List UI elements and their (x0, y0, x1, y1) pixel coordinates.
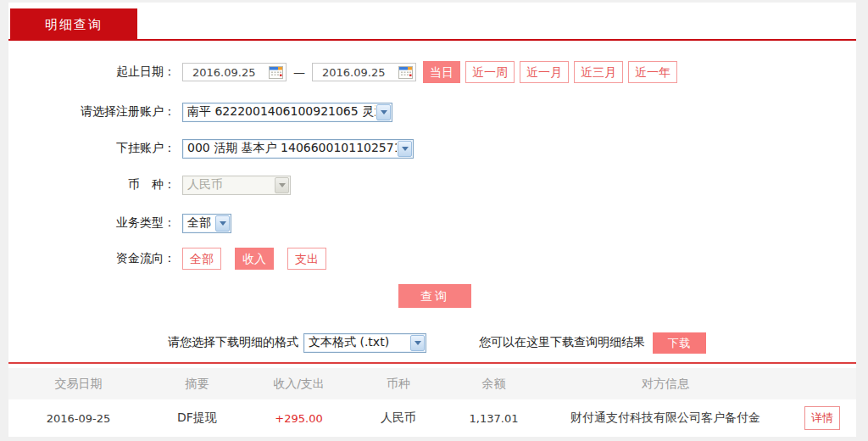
download-format-value: 文本格式 (.txt) (304, 335, 409, 350)
chevron-down-icon (275, 177, 289, 193)
chevron-down-icon[interactable] (215, 215, 230, 232)
header-summary: 摘要 (148, 377, 246, 392)
register-account-value: 南平 6222001406100921065 灵通卡 (183, 104, 376, 120)
quick-btn-last-3-months[interactable]: 近三月 (574, 61, 623, 83)
quick-btn-last-year[interactable]: 近一年 (628, 61, 677, 83)
header-trade-date: 交易日期 (8, 377, 148, 392)
tab-detail-query[interactable]: 明细查询 (10, 8, 137, 41)
cell-trade-date: 2016-09-25 (8, 412, 148, 425)
download-hint: 您可以在这里下载查询明细结果 (479, 335, 645, 350)
date-range-separator: — (293, 65, 305, 79)
chevron-down-icon[interactable] (398, 141, 412, 157)
cell-counterparty: 财付通支付科技有限公司客户备付金 (542, 410, 788, 426)
fund-flow-buttons: 全部 收入 支出 (182, 248, 326, 270)
business-type-select[interactable]: 全部 (182, 214, 231, 233)
currency-select: 人民币 (182, 176, 291, 195)
quick-btn-last-month[interactable]: 近一月 (520, 61, 569, 83)
register-account-select[interactable]: 南平 6222001406100921065 灵通卡 (182, 103, 392, 122)
calendar-icon[interactable] (268, 65, 284, 80)
fund-flow-expense[interactable]: 支出 (287, 248, 326, 270)
date-range-row: 起止日期： (8, 60, 856, 84)
detail-button[interactable]: 详情 (804, 406, 840, 430)
download-format-select[interactable]: 文本格式 (.txt) (303, 333, 426, 353)
detail-query-panel: 明细查询 起止日期： (8, 3, 856, 435)
sub-account-label: 下挂账户： (8, 141, 182, 156)
quick-btn-today[interactable]: 当日 (423, 61, 460, 83)
sub-account-value: 000 活期 基本户 1406600101102571848 (183, 141, 397, 156)
quick-date-buttons: 当日 近一周 近一月 近三月 近一年 (423, 61, 677, 83)
register-account-row: 请选择注册账户： 南平 6222001406100921065 灵通卡 (8, 100, 856, 124)
start-date-field (182, 63, 287, 81)
table-top-divider (8, 362, 856, 364)
currency-label: 币 种： (8, 177, 182, 193)
header-income-expense: 收入/支出 (246, 377, 352, 392)
end-date-input[interactable] (313, 66, 398, 79)
header-balance: 余额 (445, 377, 542, 392)
sub-account-select[interactable]: 000 活期 基本户 1406600101102571848 (182, 139, 414, 159)
calendar-icon[interactable] (398, 65, 414, 80)
fund-flow-row: 资金流向： 全部 收入 支出 (8, 247, 856, 271)
date-range-label: 起止日期： (8, 64, 182, 80)
tab-bar: 明细查询 (8, 3, 856, 41)
currency-row: 币 种： 人民币 (8, 173, 856, 197)
cell-balance: 1,137.01 (445, 412, 542, 425)
header-currency: 币种 (352, 377, 445, 392)
table-header: 交易日期 摘要 收入/支出 币种 余额 对方信息 (8, 368, 856, 399)
business-type-label: 业务类型： (8, 215, 182, 231)
download-format-label: 请您选择下载明细的格式 (8, 335, 298, 350)
start-date-input[interactable] (183, 66, 268, 79)
fund-flow-income[interactable]: 收入 (235, 248, 274, 270)
tab-underline (8, 39, 856, 41)
query-button[interactable]: 查询 (398, 284, 471, 308)
business-type-row: 业务类型： 全部 (8, 211, 856, 235)
cell-currency: 人民币 (352, 410, 445, 426)
download-row: 请您选择下载明细的格式 文本格式 (.txt) 您可以在这里下载查询明细结果 下… (8, 332, 856, 354)
sub-account-row: 下挂账户： 000 活期 基本户 1406600101102571848 (8, 137, 856, 160)
register-account-label: 请选择注册账户： (8, 104, 182, 120)
download-button[interactable]: 下载 (653, 332, 706, 354)
fund-flow-label: 资金流向： (8, 251, 182, 266)
page-background: 明细查询 起止日期： (0, 0, 868, 441)
cell-summary: DF提现 (148, 410, 246, 426)
currency-value: 人民币 (183, 177, 274, 193)
chevron-down-icon[interactable] (410, 335, 425, 351)
chevron-down-icon[interactable] (376, 104, 391, 120)
end-date-field (312, 63, 416, 81)
cell-amount: +295.00 (246, 412, 352, 425)
cell-detail: 详情 (788, 406, 856, 430)
fund-flow-all[interactable]: 全部 (182, 248, 221, 270)
quick-btn-last-week[interactable]: 近一周 (465, 61, 515, 83)
header-counterparty: 对方信息 (542, 377, 788, 392)
table-row: 2016-09-25 DF提现 +295.00 人民币 1,137.01 财付通… (8, 399, 856, 437)
business-type-value: 全部 (183, 215, 214, 231)
